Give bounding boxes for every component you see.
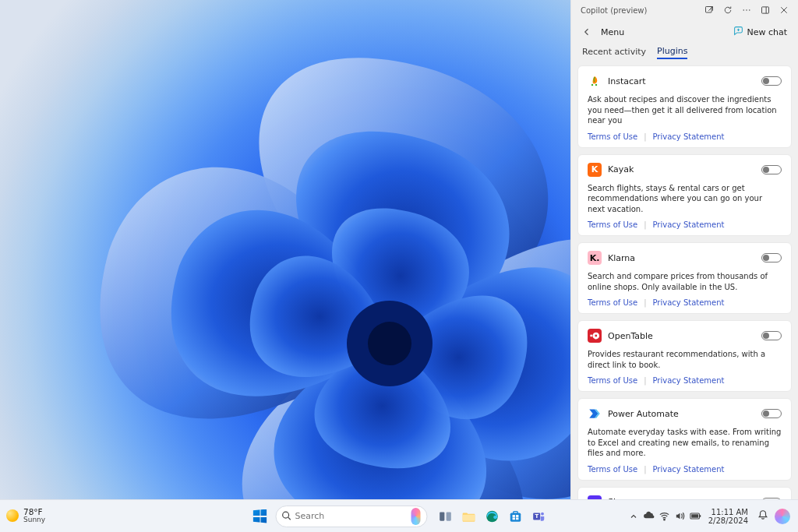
privacy-link[interactable]: Privacy Statement [653,298,725,307]
taskbar-clock[interactable]: 11:11 AM 2/28/2024 [708,508,751,525]
plugin-toggle-instacart[interactable] [761,76,782,86]
svg-point-13 [283,512,289,518]
plugin-name: Klarna [608,253,761,263]
svg-rect-6 [762,7,769,13]
terms-link[interactable]: Terms of Use [588,220,637,229]
privacy-link[interactable]: Privacy Statement [653,132,725,141]
search-icon [281,510,292,523]
search-input[interactable] [295,511,408,521]
copilot-titlebar: Copilot (preview) [571,0,798,20]
taskbar-app-explorer[interactable] [459,506,479,527]
plugin-card-instacart: Instacart Ask about recipes and discover… [577,65,792,148]
plugin-card-klarna: K. Klarna Search and compare prices from… [577,242,792,314]
taskbar-app-task-view[interactable] [436,506,456,527]
svg-rect-14 [440,512,444,520]
tab-recent-activity[interactable]: Recent activity [582,47,646,58]
notifications-icon[interactable] [757,509,768,523]
close-icon[interactable] [775,0,793,20]
svg-rect-22 [513,517,515,520]
taskbar-center: T [249,506,549,527]
svg-rect-16 [463,514,475,520]
kayak-icon: K [588,163,602,177]
start-button[interactable] [249,506,271,527]
tray-wifi-icon[interactable] [659,510,671,523]
more-icon[interactable] [737,0,756,20]
svg-point-12 [590,335,592,337]
plugin-toggle-klarna[interactable] [761,253,782,262]
copilot-menu-row: Menu New chat [571,20,798,44]
refresh-icon[interactable] [719,0,737,20]
instacart-icon [588,74,602,88]
svg-point-3 [743,9,745,11]
svg-point-1 [368,322,411,365]
privacy-link[interactable]: Privacy Statement [653,376,725,385]
plugin-toggle-power-automate[interactable] [761,409,782,418]
plugin-name: Kayak [608,164,761,174]
taskbar-copilot-icon[interactable] [775,509,790,524]
taskbar: 78°F Sunny [0,499,798,532]
plugin-card-power-automate: Power Automate Automate everyday tasks w… [577,398,792,481]
system-tray [627,510,702,523]
svg-rect-30 [691,514,698,517]
taskbar-weather[interactable]: 78°F Sunny [6,508,45,523]
weather-icon [6,509,19,522]
terms-link[interactable]: Terms of Use [588,132,637,141]
taskbar-search[interactable] [276,506,428,527]
svg-text:T: T [535,513,538,520]
taskbar-app-teams[interactable]: T [529,506,549,527]
svg-point-9 [595,84,597,86]
plugin-description: Search and compare prices from thousands… [588,271,782,292]
open-external-icon[interactable] [700,0,719,20]
plugin-name: Instacart [608,76,761,86]
tray-onedrive-icon[interactable] [643,510,655,523]
menu-label: Menu [601,27,624,37]
svg-rect-15 [447,512,451,520]
copilot-tabs: Recent activity Plugins [571,44,798,61]
plugin-description: Ask about recipes and discover the ingre… [588,94,782,126]
titlebar-controls [700,0,793,20]
svg-point-8 [591,84,593,86]
svg-point-5 [749,9,750,11]
terms-link[interactable]: Terms of Use [588,465,637,474]
clock-time: 11:11 AM [711,508,748,516]
terms-link[interactable]: Terms of Use [588,376,637,385]
new-chat-label: New chat [747,27,787,37]
plugin-card-shop: S Shop Search for millions of products f… [577,487,792,500]
tray-chevron-icon[interactable] [627,510,640,523]
plugin-name: OpenTable [608,331,761,341]
weather-cond: Sunny [23,516,45,523]
plugin-name: Power Automate [608,409,761,419]
taskbar-pinned-apps: T [436,506,549,527]
plugin-card-kayak: K Kayak Search flights, stays & rental c… [577,154,792,237]
svg-point-11 [595,335,597,337]
taskbar-app-edge[interactable] [482,506,503,527]
tray-volume-icon[interactable] [674,510,687,523]
svg-rect-18 [510,513,521,521]
new-chat-button[interactable]: New chat [733,26,787,38]
plugin-description: Automate everyday tasks with ease. From … [588,427,782,459]
terms-link[interactable]: Terms of Use [588,298,637,307]
privacy-link[interactable]: Privacy Statement [653,220,725,229]
clock-date: 2/28/2024 [708,516,748,525]
dock-icon[interactable] [756,0,775,20]
plugin-description: Search flights, stays & rental cars or g… [588,183,782,215]
privacy-link[interactable]: Privacy Statement [653,465,725,474]
svg-rect-29 [700,515,701,517]
tray-battery-icon[interactable] [690,510,702,523]
svg-point-4 [746,9,747,11]
taskbar-app-store[interactable] [506,506,526,527]
plugin-card-opentable: OpenTable Provides restaurant recommenda… [577,320,792,392]
windows-logo-icon [253,509,267,523]
plugin-toggle-opentable[interactable] [761,331,782,340]
copilot-panel: Copilot (preview) Menu [570,0,798,499]
tab-plugins[interactable]: Plugins [657,46,687,59]
plugin-list: Instacart Ask about recipes and discover… [571,61,798,499]
klarna-icon: K. [588,251,602,265]
svg-point-26 [541,512,544,515]
svg-rect-2 [706,7,712,13]
plugin-toggle-kayak[interactable] [761,165,782,174]
taskbar-right: 11:11 AM 2/28/2024 [627,508,792,525]
back-button[interactable] [582,27,595,37]
svg-point-27 [664,519,666,520]
search-copilot-icon [411,508,421,525]
